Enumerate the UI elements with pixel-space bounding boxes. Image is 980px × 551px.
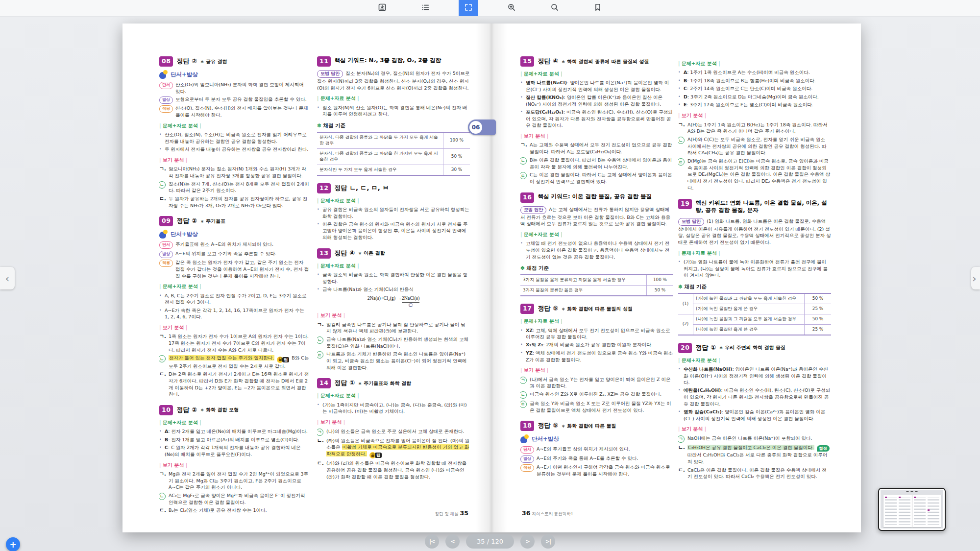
right-page-number: 36 [522, 509, 530, 517]
grading-criterion: (가)에 녹인 물질과 그 까닭을 모두 옳게 서술한 경우 [693, 293, 805, 304]
prev-page-button[interactable]: < [445, 534, 460, 549]
bogi-item: ㄴ전자가 들어 있는 전자 껍질 수는 주기와 일치한다. 꿀팁 B와 C는 모… [159, 355, 309, 369]
bogi-item: ㄴB는 이온 결합 물질이다. 따라서 B는 수용액 상태에서 양이온과 음이온… [520, 157, 673, 170]
right-page-footer: 36자이스토리 통합과학1 [520, 509, 716, 517]
bullet-text: C: C 원자 2개가 각각 1개씩의 전자를 내놓아 공유 결합하여 네온(N… [165, 444, 309, 457]
answer-label: 정답 ② [176, 57, 197, 66]
spread-thumbnail-preview[interactable] [878, 488, 946, 531]
clue-tag: 발상 [159, 96, 173, 104]
bullet-list: •A: 전자 2개를 잃고 네온(Ne)의 배치를 이루므로 마그네슘(Mg)이… [159, 428, 309, 457]
bullet-list: •(가)는 1족이지만 비금속이고, (나)는 금속, (다)는 준금속, (라… [317, 402, 470, 415]
bullet-item: •산소(O), 질소(N), 수소(H)는 비금속 원소로 전자를 잃기 어려우… [159, 131, 309, 144]
grading-criterion: 3가지 물질의 분류만 옳은 경우 [520, 286, 647, 296]
clue-header-label: 단서+발상 [171, 71, 198, 79]
clue-item: 발상모형으로부터 두 분자 모두 공유 결합 물질임을 추론할 수 있다. [159, 96, 309, 104]
bookmark-button[interactable] [588, 0, 608, 16]
bullet-list: •A: 1주기 1족 원소이므로 A는 수소(H)이며 비금속 원소이다.•B:… [678, 69, 831, 108]
bogi-item: ㄱ.Mg은 전자 2개를 잃어 전자 껍질 수가 2인 Mg²⁺이 되었으므로 … [159, 471, 309, 491]
prev-page-edge-arrow[interactable]: ‹ [0, 267, 15, 289]
bullet-dot: • [678, 69, 682, 76]
bullet-dot: • [317, 104, 320, 118]
grading-block: ✽ 채점 기준분자식, 다중 결합의 종류와 그 까닭을 두 가지 모두 옳게 … [317, 122, 470, 175]
next-page-edge-arrow[interactable]: › [971, 267, 980, 289]
analysis-header: | 문제+자료 분석 | [159, 122, 309, 129]
answer-label: 정답 ② [176, 216, 197, 226]
tip-badge: 꿀팁 [277, 357, 289, 363]
bullet-list: •수산화 나트륨(NaOH): 양이온인 나트륨 이온(Na⁺)과 음이온인 수… [678, 366, 831, 422]
bogi-text: (가)와 (라)의 원소들은 비금속 원소이므로 화학 결합할 때 전자쌍을 공… [326, 460, 470, 480]
section-header: 10정답 ②∗ 화학 결합 모형 [159, 405, 309, 415]
bogi-text: A(H)와 C(C)는 모두 비금속 원소로, 전자를 얻기 쉬운 비금속 원소… [687, 136, 831, 156]
clue-text: 산소(O₂)와 암모니아(NH₃) 분자의 화학 결합 모형이 제시되어 있다. [175, 81, 309, 95]
clue-tag: 단서 [159, 241, 173, 249]
bullet-text: (가)는 염화 나트륨이 물에 녹아 이온화하여 전류가 흘러 전구에 불이 켜… [684, 259, 831, 279]
section-number-badge: 15 [520, 56, 534, 67]
bogi-header: | 보기 분석 | [159, 462, 309, 469]
bullet-text: (가)는 1족이지만 비금속이고, (나)는 금속, (다)는 준금속, (라)… [322, 402, 470, 415]
bogi-text: (나)의 원소들은 금속 원소로 주로 실온에서 고체 상태로 존재한다. [326, 428, 470, 436]
first-page-button[interactable]: |< [425, 534, 439, 549]
bullet-text: A: 전자 2개를 잃고 네온(Ne)의 배치를 이루므로 마그네슘(Mg)이다… [165, 428, 309, 435]
next-page-button[interactable]: > [520, 534, 535, 549]
section-header: 17정답 ⑤∗ 화학 결합에 따른 물질의 성질 [520, 304, 673, 314]
grading-percent: 100 % [647, 275, 674, 285]
bullet-list: •A, B, C는 2주기 원소로 전자 껍질 수가 2이고, D, E는 3주… [159, 292, 309, 320]
chemical-equation: 2Na(s)+Cl₂(g) → 2NaCl(s)㉡ [317, 295, 470, 308]
download-icon [378, 3, 387, 14]
bullet-dot: • [678, 94, 682, 100]
bullet-dot: • [159, 131, 163, 144]
answer-label: 정답 ① [334, 379, 355, 388]
bullet-item: •고체일 때 전기 전도성이 없으나 용융액이나 수용액 상태에서 전기 전도성… [520, 240, 673, 260]
bullet-item: •염화 칼슘(CaCl₂): 양이온인 칼슘 이온(Ca²⁺)과 음이온인 염화… [678, 408, 831, 422]
bullet-item: •B: 전자 1개를 얻고 아르곤(Ar)의 배치를 이루므로 염소(Cl)이다… [159, 436, 309, 443]
bullet-text: 이온 결합은 금속 원소의 원자와 비금속 원소의 원자가 서로 전자를 주고받… [322, 221, 470, 241]
ebook-viewer: { "viewer": { "toolbar_icons": [ {"name"… [0, 0, 980, 551]
last-page-button[interactable]: >| [541, 534, 555, 549]
bullet-list: •공유 결합은 비금속 원소의 원자들이 전자쌍을 서로 공유하여 형성되는 화… [317, 206, 470, 241]
bullet-list: •산소(O), 질소(N), 수소(H)는 비금속 원소로 전자를 잃기 어려우… [159, 131, 309, 153]
grading-criterion: (나)에 녹인 물질만 옳게 쓴 경우 [693, 324, 805, 335]
bogi-text: 질소(N)는 전자 7개, 산소(O)는 전자 8개로 모두 전자 껍질이 2개… [169, 181, 309, 194]
bullet-text: A~E가 속한 족은 각각 1, 2, 14, 16, 17족이므로 원자가 전… [165, 307, 309, 320]
bogi-list: ㄱ.A(H)는 1주기 1족 원소이고 B(He)는 1주기 18족 원소이다.… [678, 121, 831, 192]
grading-criterion: 분자식, 다중 결합의 종류와 그 까닭을 한 가지만 모두 옳게 서술한 경우 [317, 148, 443, 165]
analysis-header: | 문제+자료 분석 | [159, 283, 309, 290]
analysis-header: | 문제+자료 분석 | [317, 197, 470, 204]
bookmark-icon [593, 3, 602, 14]
section-header: 16핵심 키워드: 이온 결합 물질, 공유 결합 물질 [520, 192, 673, 203]
bullet-list: •고체일 때 전기 전도성이 없으나 용융액이나 수용액 상태에서 전기 전도성… [520, 240, 673, 260]
grading-percent: 25 % [805, 324, 832, 335]
answer-label: 정답 ① [695, 343, 716, 353]
answer-section: 09정답 ②∗ 주기율표단서+발상단서주기율표에 원소 A~E의 위치가 제시되… [159, 216, 309, 398]
bullet-item: •염화 나트륨(NaCl): 양이온인 나트륨 이온(Na⁺)과 음이온인 염화… [520, 79, 673, 93]
clue-idea-icon [159, 70, 168, 79]
bogi-text: 금속 원소 Y와 비금속 원소 X 또는 Z로 이루어진 물질 YZ와 YX는 … [530, 400, 673, 413]
search-button[interactable] [545, 0, 564, 16]
answer-label: 정답 ⑤ [538, 421, 558, 431]
clue-item: 발상A~E의 위치를 보고 주기와 족을 추론할 수 있다. [159, 250, 309, 258]
page-indicator[interactable]: 35 / 120 [466, 534, 514, 549]
zoom-in-button[interactable] [502, 0, 521, 16]
clue-item: 단서A~E의 주기율표 상의 위치가 제시되어 있다. [520, 446, 673, 454]
choice-label: ㄷ. [678, 467, 686, 480]
bullet-item: •이온 결합은 금속 원소의 원자와 비금속 원소의 원자가 서로 전자를 주고… [317, 221, 470, 241]
grading-table: 분자식, 다중 결합의 종류와 그 까닭을 두 가지 모두 옳게 서술한 경우1… [317, 132, 470, 175]
grading-block: ✽ 채점 기준3가지 물질을 옳게 분류하고 까닭을 옳게 서술한 경우100 … [520, 264, 673, 296]
correct-choice-mark: ㄷ [520, 172, 527, 179]
bullet-dot: • [520, 327, 524, 340]
model-answer-tag: 모범 답안 [678, 218, 704, 226]
download-button[interactable] [372, 0, 392, 16]
answer-section: 15정답 ④∗ 화학 결합의 종류에 따른 물질의 성질| 문제+자료 분석 |… [520, 56, 673, 185]
thumbnail-right-page [912, 495, 941, 527]
chapter-tab[interactable]: 06 [468, 120, 496, 135]
fullscreen-button[interactable] [459, 0, 478, 16]
bogi-item: ㄱ.A는 고체와 수용액 상태에서 모두 전기 전도성이 없으므로 공유 결합 … [520, 142, 673, 155]
bullet-text: 에탄올(C₂H₅OH): 비금속 원소인 수소(H), 탄소(C), 산소(O)… [684, 387, 831, 407]
correct-choice-mark: ㄴ [678, 137, 685, 144]
bogi-text: A는 고체와 수용액 상태에서 모두 전기 전도성이 없으므로 공유 결합 물질… [530, 142, 673, 155]
answer-section: 14정답 ①∗ 주기율표와 화학 결합| 문제+자료 분석 |•(가)는 1족이… [317, 378, 470, 480]
analysis-header: | 문제+자료 분석 | [678, 60, 831, 67]
toc-button[interactable] [416, 0, 435, 16]
bullet-dot: • [159, 146, 163, 153]
bullet-item: •두 원자에서 전자를 내놓아 공유하는 전자쌍을 공유 전자쌍이라 한다. [159, 146, 309, 153]
